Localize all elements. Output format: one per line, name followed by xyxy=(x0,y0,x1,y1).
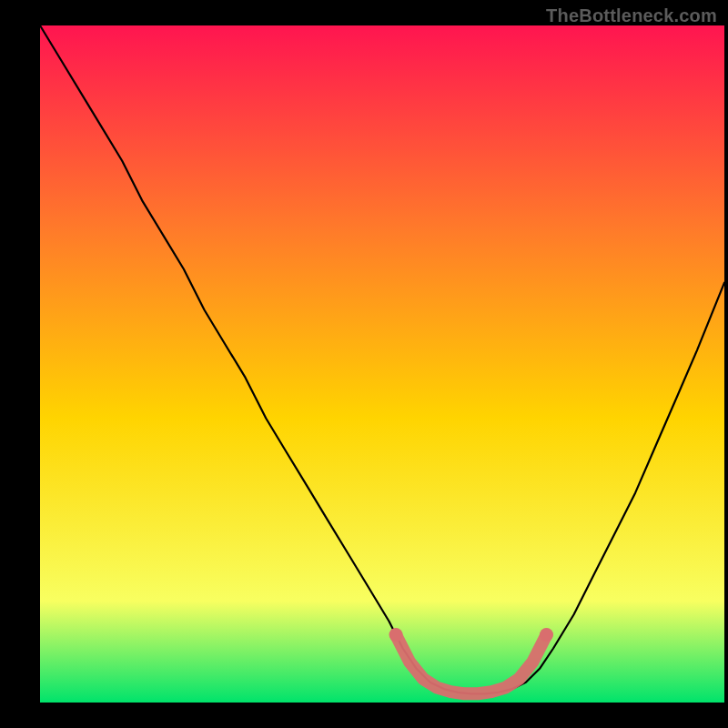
segment-end-left-dot xyxy=(389,628,403,642)
chart-svg xyxy=(0,0,728,728)
svg-rect-1 xyxy=(40,25,724,703)
bottleneck-chart: TheBottleneck.com xyxy=(0,0,728,728)
segment-end-right-dot xyxy=(540,628,553,642)
watermark-text: TheBottleneck.com xyxy=(546,5,717,26)
